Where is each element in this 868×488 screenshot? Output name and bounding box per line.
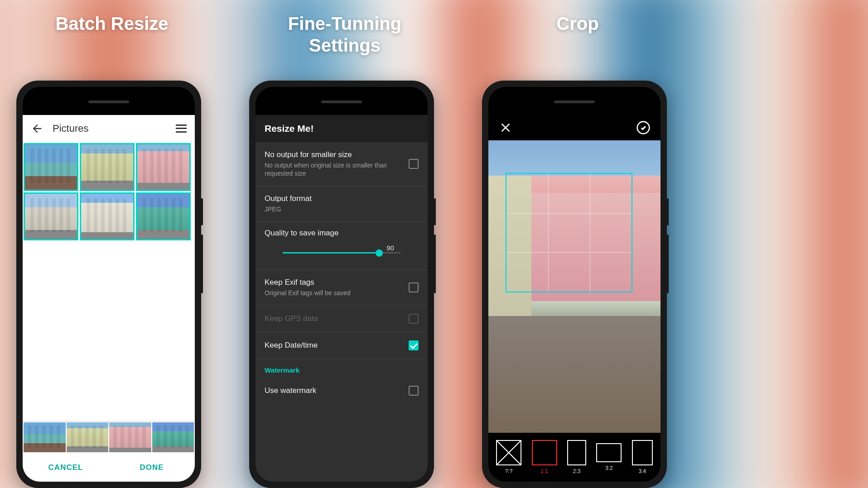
setting-keep-gps: Keep GPS data [256, 306, 428, 332]
aspect-ratio-bar: ?:? 1:1 2:3 3:2 [488, 433, 661, 482]
setting-use-watermark[interactable]: Use watermark [256, 378, 428, 404]
photo-thumbnail[interactable] [24, 143, 78, 191]
ratio-3-4[interactable]: 3:4 [632, 440, 653, 474]
setting-title: Keep GPS data [265, 314, 409, 323]
phone-speaker [554, 100, 595, 103]
ratio-free[interactable]: ?:? [496, 440, 521, 474]
checkbox[interactable] [409, 282, 419, 292]
menu-icon[interactable] [176, 124, 187, 133]
screen-title: Pictures [53, 123, 176, 134]
setting-value: JPEG [265, 205, 419, 213]
setting-keep-exif[interactable]: Keep Exif tags Original Exif tags will b… [256, 270, 428, 306]
selected-strip [23, 421, 195, 454]
checkbox[interactable] [409, 159, 419, 169]
photo-thumbnail[interactable] [109, 422, 151, 452]
crop-screen: ?:? 1:1 2:3 3:2 [488, 115, 661, 482]
phone-speaker [321, 100, 362, 103]
photo-thumbnail[interactable] [80, 192, 135, 240]
checkbox[interactable] [409, 386, 419, 396]
checkbox-checked[interactable] [409, 340, 419, 350]
photo-thumbnail[interactable] [24, 192, 78, 240]
setting-title: Keep Date/time [265, 341, 409, 350]
crop-image[interactable] [488, 140, 661, 433]
setting-title: Output format [265, 194, 419, 203]
setting-title: Quality to save image [265, 229, 419, 238]
topbar: Pictures [23, 115, 195, 142]
watermark-section-header: Watermark [256, 359, 428, 378]
panel-title: Batch Resize [0, 13, 224, 34]
setting-title: Use watermark [265, 386, 409, 395]
setting-quality: Quality to save image 90 [256, 222, 428, 270]
ratio-2-3[interactable]: 2:3 [567, 440, 586, 474]
panel-fine-tuning: Fine-Tunning Settings Resize Me! No outp… [233, 0, 457, 488]
checkbox [409, 314, 419, 324]
setting-output-format[interactable]: Output format JPEG [256, 186, 428, 222]
ratio-1-1[interactable]: 1:1 [532, 440, 557, 474]
done-button[interactable]: DONE [109, 454, 195, 482]
photo-thumbnail[interactable] [136, 192, 191, 240]
photo-thumbnail[interactable] [152, 422, 194, 452]
pictures-screen: Pictures CANCEL [23, 115, 195, 482]
phone-side-button [667, 234, 669, 293]
crop-frame[interactable] [506, 173, 632, 292]
setting-subtitle: No output when original size is smaller … [265, 161, 409, 177]
phone-side-button [667, 198, 669, 225]
phone-frame: Pictures CANCEL [16, 81, 201, 488]
phone-frame: Resize Me! No output for smaller size No… [249, 81, 434, 488]
back-arrow-icon[interactable] [31, 122, 43, 135]
photo-thumbnail[interactable] [67, 422, 109, 452]
photo-grid [23, 142, 195, 241]
app-title: Resize Me! [256, 115, 428, 142]
setting-keep-date[interactable]: Keep Date/time [256, 332, 428, 359]
ratio-3-2[interactable]: 3:2 [596, 443, 622, 471]
settings-screen: Resize Me! No output for smaller size No… [256, 115, 428, 482]
setting-subtitle: Original Exif tags will be saved [265, 289, 409, 297]
panel-title: Crop [466, 13, 690, 34]
close-icon[interactable] [497, 120, 514, 136]
phone-speaker [88, 100, 129, 103]
panel-crop: Crop [466, 0, 690, 488]
crop-toolbar [488, 115, 661, 140]
phone-side-button [201, 234, 203, 293]
setting-title: Keep Exif tags [265, 278, 409, 287]
photo-thumbnail[interactable] [80, 143, 135, 191]
photo-thumbnail[interactable] [136, 143, 191, 191]
quality-slider[interactable]: 90 [265, 247, 419, 259]
panel-title: Fine-Tunning Settings [233, 13, 457, 56]
setting-title: No output for smaller size [265, 150, 409, 159]
setting-no-output[interactable]: No output for smaller size No output whe… [256, 142, 428, 186]
panel-batch-resize: Batch Resize Pictures [0, 0, 224, 488]
cancel-button[interactable]: CANCEL [23, 454, 109, 482]
photo-thumbnail[interactable] [24, 422, 66, 452]
action-bar: CANCEL DONE [23, 454, 195, 482]
phone-side-button [201, 198, 203, 225]
phone-side-button [434, 234, 436, 293]
quality-value: 90 [386, 244, 394, 252]
phone-frame: ?:? 1:1 2:3 3:2 [482, 81, 667, 488]
confirm-icon[interactable] [635, 120, 651, 136]
phone-side-button [434, 198, 436, 225]
